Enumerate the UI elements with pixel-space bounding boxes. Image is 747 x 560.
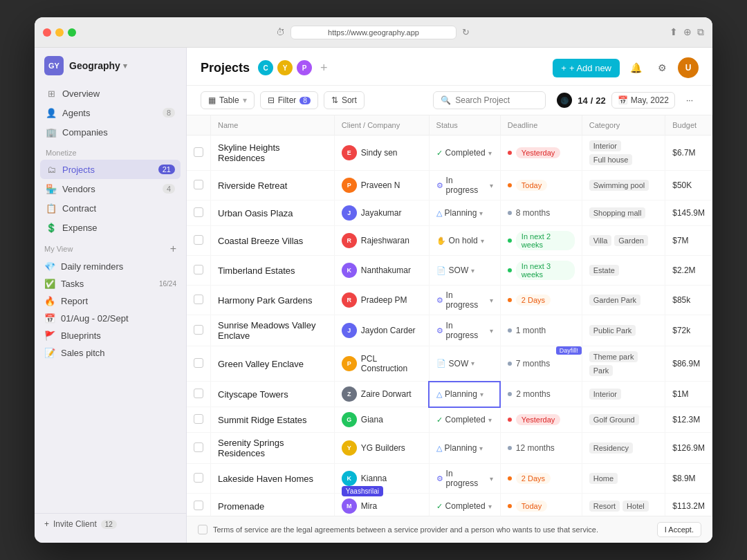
row-10-status[interactable]: ✓ Completed ▾ <box>429 407 500 433</box>
row-8-client[interactable]: PPCL Construction <box>334 346 429 382</box>
row-13-checkbox[interactable] <box>187 494 211 516</box>
row-7-checkbox[interactable] <box>187 315 211 346</box>
close-button[interactable] <box>43 28 51 37</box>
row-3-name[interactable]: Urban Oasis Plaza <box>211 200 335 226</box>
row-6-status[interactable]: ⚙ In progress ▾ <box>429 286 500 315</box>
checkbox-5[interactable] <box>194 265 203 274</box>
row-11-status[interactable]: △ Planning ▾ <box>429 433 500 464</box>
row-8-checkbox[interactable] <box>187 346 211 382</box>
user-avatar[interactable]: U <box>678 57 699 78</box>
row-5-name[interactable]: Timberland Estates <box>211 256 335 286</box>
row-1-name[interactable]: Skyline Heights Residences <box>211 136 335 171</box>
row-5-deadline[interactable]: In next 3 weeks <box>500 256 582 286</box>
row-1-client[interactable]: ESindy sen <box>334 136 429 171</box>
row-4-deadline[interactable]: In next 2 weeks <box>500 226 582 256</box>
row-7-client[interactable]: JJaydon Carder <box>334 315 429 346</box>
row-2-status[interactable]: ⚙ In progress ▾ <box>429 171 500 200</box>
row-4-client[interactable]: RRajeshwaran <box>334 226 429 256</box>
row-11-name[interactable]: Serenity Springs Residences <box>211 433 335 464</box>
row-9-client[interactable]: ZZaire Dorwart <box>334 382 429 407</box>
row-6-name[interactable]: Harmony Park Gardens <box>211 286 335 315</box>
row-1-checkbox[interactable] <box>187 136 211 171</box>
row-7-name[interactable]: Sunrise Meadows Valley Enclave <box>211 315 335 346</box>
checkbox-1[interactable] <box>194 147 203 157</box>
status-dropdown-2[interactable]: ▾ <box>490 182 493 189</box>
row-12-checkbox[interactable] <box>187 464 211 494</box>
row-2-name[interactable]: Riverside Retreat <box>211 171 335 200</box>
col-client[interactable]: Client / Company <box>334 115 429 136</box>
row-4-name[interactable]: Coastal Breeze Villas <box>211 226 335 256</box>
view-item-report[interactable]: 🔥 Report <box>35 292 186 310</box>
row-10-checkbox[interactable] <box>187 407 211 433</box>
checkbox-6[interactable] <box>194 295 203 304</box>
row-3-status[interactable]: △ Planning ▾ <box>429 200 500 226</box>
row-1-status[interactable]: ✓ Completed ▾ <box>429 136 500 171</box>
sidebar-item-projects[interactable]: 🗂 Projects 21 <box>40 160 181 179</box>
view-item-sales-pitch[interactable]: 📝 Sales pitch <box>35 344 186 362</box>
sort-button[interactable]: ⇅ Sort <box>324 91 365 109</box>
row-3-checkbox[interactable] <box>187 200 211 226</box>
search-box[interactable]: 🔍 <box>433 91 546 109</box>
split-icon[interactable]: ⧉ <box>697 26 704 38</box>
col-deadline[interactable]: Deadline <box>500 115 582 136</box>
row-8-deadline[interactable]: 7 months Dayfill! <box>500 346 582 382</box>
row-13-client[interactable]: MMiraYaashsrilai <box>334 494 429 516</box>
share-icon[interactable]: ⬆ <box>670 26 678 38</box>
sidebar-item-vendors[interactable]: 🏪 Vendors 4 <box>40 179 181 198</box>
view-item-daily-reminders[interactable]: 💎 Daily reminders <box>35 258 186 275</box>
row-2-client[interactable]: PPraveen N <box>334 171 429 200</box>
col-budget[interactable]: Budget <box>665 115 712 136</box>
sidebar-item-overview[interactable]: ⊞ Overview <box>40 84 181 103</box>
row-6-client[interactable]: RPradeep PM <box>334 286 429 315</box>
table-view-button[interactable]: ▦ Table ▾ <box>201 91 255 109</box>
view-item-blueprints[interactable]: 🚩 Blueprints <box>35 327 186 344</box>
row-12-name[interactable]: Lakeside Haven Homes <box>211 464 335 494</box>
row-5-status[interactable]: 📄 SOW ▾ <box>429 256 500 286</box>
row-9-deadline[interactable]: 2 months <box>500 382 582 407</box>
myview-add-button[interactable]: + <box>170 243 176 255</box>
checkbox-9[interactable] <box>194 389 203 398</box>
row-4-checkbox[interactable] <box>187 226 211 256</box>
view-item-tasks[interactable]: ✅ Tasks 16/24 <box>35 275 186 292</box>
status-dropdown-12[interactable]: ▾ <box>490 475 493 483</box>
maximize-button[interactable] <box>68 28 76 37</box>
row-12-deadline[interactable]: 2 Days <box>500 464 582 494</box>
row-12-status[interactable]: ⚙ In progress ▾ <box>429 464 500 494</box>
row-10-deadline[interactable]: Yesterday <box>500 407 582 433</box>
status-dropdown-10[interactable]: ▾ <box>488 416 492 424</box>
status-dropdown-13[interactable]: ▾ <box>488 503 492 510</box>
invite-client-button[interactable]: + Invite Client 12 <box>44 519 176 529</box>
checkbox-3[interactable] <box>194 207 203 217</box>
sidebar-item-contract[interactable]: 📋 Contract <box>40 198 181 218</box>
row-4-status[interactable]: ✋ On hold ▾ <box>429 226 500 256</box>
status-dropdown-11[interactable]: ▾ <box>479 445 483 452</box>
row-8-name[interactable]: Green Valley Enclave <box>211 346 335 382</box>
filter-button[interactable]: ⊟ Filter 8 <box>260 91 318 109</box>
row-11-checkbox[interactable] <box>187 433 211 464</box>
checkbox-10[interactable] <box>194 414 203 424</box>
row-6-deadline[interactable]: 2 Days <box>500 286 582 315</box>
notifications-button[interactable]: 🔔 <box>625 57 646 78</box>
checkbox-12[interactable] <box>194 473 203 483</box>
col-status[interactable]: Status <box>429 115 500 136</box>
row-13-status[interactable]: ✓ Completed ▾ <box>429 494 500 516</box>
add-new-button[interactable]: + + Add new <box>553 59 620 77</box>
col-name[interactable]: Name <box>211 115 335 136</box>
col-category[interactable]: Category <box>582 115 665 136</box>
url-bar[interactable]: https://www.geography.app <box>290 26 456 39</box>
row-2-deadline[interactable]: Today <box>500 171 582 200</box>
window-icon[interactable]: ⊕ <box>683 26 692 38</box>
row-1-deadline[interactable]: Yesterday <box>500 136 582 171</box>
row-5-checkbox[interactable] <box>187 256 211 286</box>
checkbox-8[interactable] <box>194 358 203 368</box>
row-9-checkbox[interactable] <box>187 382 211 407</box>
date-filter[interactable]: 📅 May, 2022 <box>611 92 675 109</box>
sidebar-item-agents[interactable]: 👤 Agents 8 <box>40 103 181 122</box>
status-dropdown-9[interactable]: ▾ <box>480 391 483 398</box>
checkbox-11[interactable] <box>194 442 203 452</box>
tos-checkbox[interactable] <box>198 525 208 534</box>
status-dropdown-3[interactable]: ▾ <box>479 209 483 217</box>
row-2-checkbox[interactable] <box>187 171 211 200</box>
settings-button[interactable]: ⚙ <box>652 57 672 78</box>
status-dropdown-8[interactable]: ▾ <box>471 360 474 367</box>
